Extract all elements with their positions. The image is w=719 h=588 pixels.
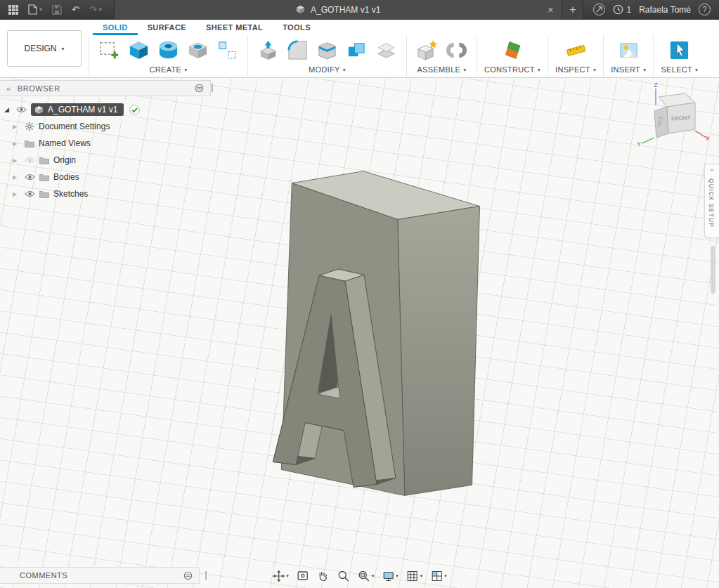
tab-sheet-metal[interactable]: SHEET METAL <box>196 20 273 35</box>
file-menu-caret-icon: ▾ <box>39 6 42 13</box>
offset-face-button[interactable] <box>373 37 399 63</box>
tab-solid[interactable]: SOLID <box>93 20 138 35</box>
combine-button[interactable] <box>344 37 370 63</box>
extensions-button[interactable] <box>593 4 605 15</box>
eye-icon[interactable] <box>25 174 35 181</box>
workspace-selector[interactable]: DESIGN ▾ <box>7 30 82 67</box>
fillet-button[interactable] <box>285 37 311 63</box>
tab-surface[interactable]: SURFACE <box>138 20 196 35</box>
expand-arrow-icon[interactable]: ▶ <box>13 191 20 197</box>
insert-canvas-icon <box>618 39 640 61</box>
save-icon <box>52 5 62 15</box>
pan-hand-icon <box>317 570 330 582</box>
file-icon <box>28 4 37 15</box>
pan-button[interactable] <box>316 569 331 583</box>
job-status-button[interactable]: 1 <box>613 4 631 15</box>
grid-snaps-button[interactable]: ▾ <box>405 569 425 583</box>
zoom-button[interactable] <box>336 569 351 583</box>
viewcube-svg: Z Y X FRONT LEFT <box>636 83 709 159</box>
help-button[interactable]: ? <box>699 4 711 15</box>
orbit-icon <box>272 570 285 582</box>
viewcube[interactable]: Z Y X FRONT LEFT <box>636 83 709 159</box>
orbit-button[interactable]: ▾ <box>271 569 290 583</box>
browser-root-row[interactable]: ◢ A_GOTHAM v1 v1 <box>3 101 211 118</box>
shell-button[interactable] <box>314 37 340 63</box>
grid-icon <box>406 570 419 582</box>
job-count: 1 <box>626 5 631 15</box>
combine-icon <box>346 39 368 61</box>
extrude-icon <box>128 39 150 61</box>
document-tab[interactable]: A_GOTHAM v1 v1 × <box>114 0 563 19</box>
measure-button[interactable] <box>563 37 589 63</box>
group-select: SELECT ▾ <box>654 35 705 77</box>
browser-options-button[interactable] <box>195 84 204 93</box>
undo-button[interactable]: ↶ <box>67 0 84 20</box>
group-construct-menu[interactable]: CONSTRUCT ▾ <box>484 65 540 77</box>
assemble-caret-icon: ▾ <box>463 67 466 73</box>
expand-arrow-icon[interactable]: ▶ <box>13 124 20 130</box>
navigation-toolbar: ▾ ▾ ▾ ▾ ▾ <box>271 569 448 583</box>
pattern-button[interactable] <box>214 37 240 63</box>
revolve-button[interactable] <box>155 37 181 63</box>
comments-resize-handle[interactable] <box>205 571 207 580</box>
pattern-icon <box>216 39 238 61</box>
shell-icon <box>316 39 338 61</box>
redo-button[interactable]: ↷ ▾ <box>84 0 107 20</box>
save-button[interactable] <box>47 0 67 20</box>
group-select-menu[interactable]: SELECT ▾ <box>661 65 698 77</box>
new-tab-button[interactable]: + <box>562 0 583 19</box>
expand-arrow-icon[interactable]: ▶ <box>13 157 20 164</box>
look-at-button[interactable] <box>295 569 311 583</box>
panel-scrollbar[interactable] <box>711 246 715 294</box>
root-expand-icon[interactable]: ◢ <box>4 106 12 113</box>
group-modify-menu[interactable]: MODIFY ▾ <box>309 65 346 77</box>
press-pull-button[interactable] <box>255 37 281 63</box>
collapse-browser-icon[interactable]: « <box>6 84 11 93</box>
browser-item-bodies[interactable]: ▶ Bodies <box>3 169 211 185</box>
item-label: Origin <box>53 155 76 165</box>
folder-icon <box>25 140 34 148</box>
eye-icon[interactable] <box>16 106 27 113</box>
display-settings-button[interactable]: ▾ <box>380 569 400 583</box>
quick-setup-collapse-icon[interactable]: « <box>710 166 713 174</box>
file-menu-button[interactable]: ▾ <box>23 0 47 20</box>
orbit-caret-icon: ▾ <box>286 573 289 579</box>
quick-setup-tab[interactable]: « QUICK SETUP <box>704 164 719 238</box>
app-grid-button[interactable] <box>4 0 23 20</box>
select-button[interactable] <box>666 37 692 63</box>
extrude-button[interactable] <box>126 37 152 63</box>
eye-icon[interactable] <box>25 190 35 197</box>
expand-arrow-icon[interactable]: ▶ <box>13 141 20 147</box>
hole-button[interactable] <box>185 37 211 63</box>
comments-bar[interactable]: COMMENTS <box>0 567 200 584</box>
viewport-canvas[interactable]: « BROWSER ◢ A_GOTHAM v1 v1 ▶ <box>0 79 719 588</box>
group-insert-menu[interactable]: INSERT ▾ <box>611 65 646 77</box>
model-body[interactable] <box>273 171 479 496</box>
create-sketch-icon <box>98 39 120 61</box>
comments-options-button[interactable] <box>183 571 193 580</box>
browser-resize-handle[interactable] <box>212 84 213 92</box>
viewports-button[interactable]: ▾ <box>429 569 448 583</box>
new-component-button[interactable] <box>414 37 440 63</box>
browser-item-sketches[interactable]: ▶ Sketches <box>3 185 211 202</box>
workspace-caret-icon: ▾ <box>62 46 65 52</box>
insert-canvas-button[interactable] <box>616 37 642 63</box>
group-create-menu[interactable]: CREATE ▾ <box>150 65 188 77</box>
browser-item-origin[interactable]: ▶ Origin <box>3 152 211 169</box>
group-assemble-menu[interactable]: ASSEMBLE ▾ <box>417 65 466 77</box>
fit-button[interactable]: ▾ <box>356 569 376 583</box>
tab-tools[interactable]: TOOLS <box>273 20 320 35</box>
component-cube-icon <box>34 105 44 115</box>
root-component[interactable]: A_GOTHAM v1 v1 <box>31 103 124 116</box>
hole-icon <box>187 39 209 61</box>
browser-item-named-views[interactable]: ▶ Named Views <box>3 135 211 152</box>
eye-off-icon[interactable] <box>25 157 35 164</box>
browser-item-document-settings[interactable]: ▶ Document Settings <box>3 118 211 135</box>
joint-button[interactable] <box>443 37 469 63</box>
expand-arrow-icon[interactable]: ▶ <box>13 174 20 181</box>
group-inspect-menu[interactable]: INSPECT ▾ <box>555 65 596 77</box>
redo-icon: ↷ <box>89 4 97 15</box>
close-tab-icon[interactable]: × <box>548 4 553 15</box>
construction-plane-button[interactable] <box>500 37 526 63</box>
create-sketch-button[interactable] <box>96 37 122 63</box>
